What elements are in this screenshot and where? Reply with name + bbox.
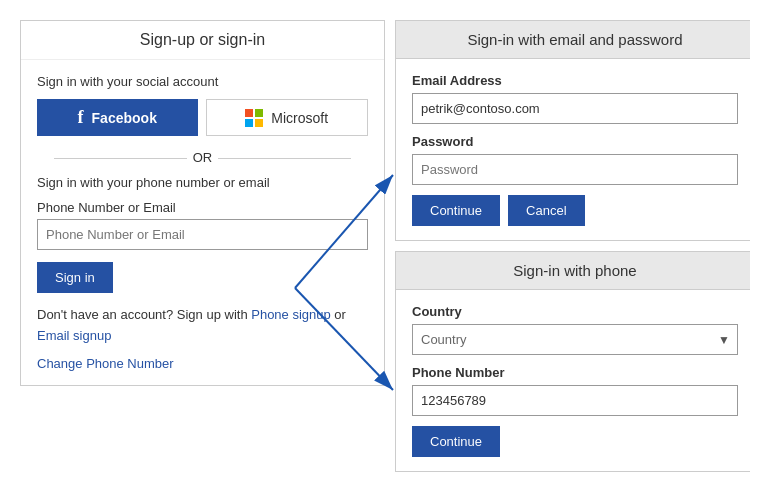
phone-continue-button[interactable]: Continue [412,426,500,457]
password-input[interactable] [412,154,738,185]
facebook-button[interactable]: f Facebook [37,99,198,136]
email-continue-button[interactable]: Continue [412,195,500,226]
password-label: Password [412,134,738,149]
left-panel-title: Sign-up or sign-in [21,21,384,60]
microsoft-button[interactable]: Microsoft [206,99,369,136]
microsoft-icon [245,109,263,127]
facebook-label: Facebook [92,110,157,126]
or-divider: OR [37,150,368,165]
country-label: Country [412,304,738,319]
phone-number-label-right: Phone Number [412,365,738,380]
email-signin-title: Sign-in with email and password [396,21,750,59]
email-address-label: Email Address [412,73,738,88]
phone-number-label: Phone Number or Email [37,200,368,215]
phone-signin-title: Sign-in with phone [396,252,750,290]
phone-number-input-right[interactable] [412,385,738,416]
country-select[interactable]: Country [412,324,738,355]
email-address-input[interactable] [412,93,738,124]
social-section-label: Sign in with your social account [37,74,368,89]
facebook-icon: f [78,107,84,128]
email-signin-panel: Sign-in with email and password Email Ad… [395,20,750,241]
phone-email-section-label: Sign in with your phone number or email [37,175,368,190]
sign-in-button[interactable]: Sign in [37,262,113,293]
change-phone-link[interactable]: Change Phone Number [37,356,174,371]
cancel-button[interactable]: Cancel [508,195,584,226]
signup-text: Don't have an account? Sign up with Phon… [37,305,368,347]
phone-number-input[interactable] [37,219,368,250]
phone-signin-panel: Sign-in with phone Country Country ▼ Pho… [395,251,750,472]
email-signup-link[interactable]: Email signup [37,328,111,343]
microsoft-label: Microsoft [271,110,328,126]
phone-signup-link[interactable]: Phone signup [251,307,331,322]
